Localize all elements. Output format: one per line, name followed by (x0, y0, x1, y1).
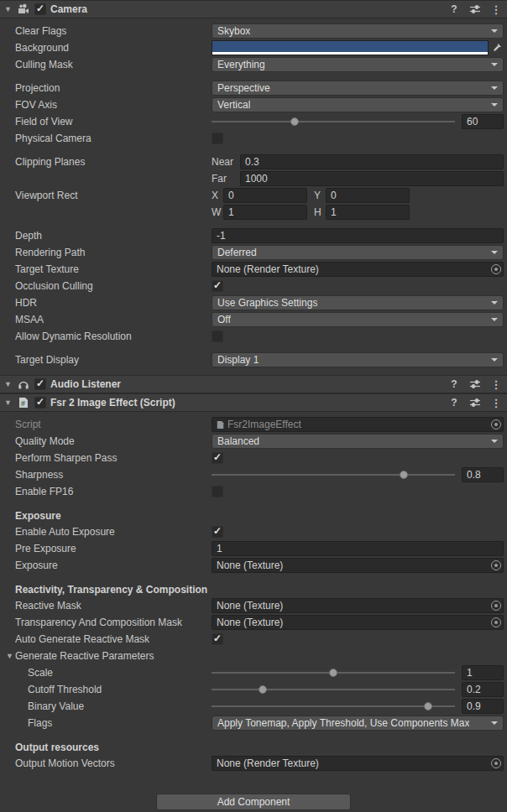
viewport-h-input[interactable]: 1 (326, 205, 410, 220)
binary-value-input[interactable]: 0.9 (462, 699, 504, 714)
enable-fp16-checkbox[interactable] (212, 486, 223, 497)
pre-exposure-input[interactable]: 1 (212, 541, 504, 556)
target-texture-label: Target Texture (15, 263, 212, 275)
field-of-view-slider[interactable] (212, 114, 455, 129)
binary-value-slider[interactable] (212, 699, 455, 714)
more-menu-icon[interactable]: ⋮ (490, 396, 502, 409)
cutoff-threshold-input[interactable]: 0.2 (462, 682, 504, 697)
clear-flags-dropdown[interactable]: Skybox (212, 23, 504, 39)
near-clip-input[interactable]: 0.3 (240, 154, 504, 169)
presets-icon[interactable] (469, 377, 481, 391)
msaa-dropdown[interactable]: Off (212, 312, 504, 327)
viewport-h-value: 1 (331, 206, 337, 218)
object-picker-icon[interactable] (491, 264, 501, 274)
foldout-arrow-icon[interactable]: ▼ (3, 380, 13, 388)
perform-sharpen-pass-checkbox[interactable] (212, 452, 223, 464)
rendering-path-dropdown[interactable]: Deferred (212, 245, 504, 260)
reactive-mask-field[interactable]: None (Texture) (212, 598, 504, 613)
occlusion-culling-checkbox[interactable] (212, 280, 223, 292)
fsr2-enabled-checkbox[interactable] (34, 397, 46, 409)
help-icon[interactable]: ? (448, 3, 460, 16)
depth-value: -1 (217, 230, 226, 242)
quality-mode-label: Quality Mode (15, 435, 212, 447)
help-icon[interactable]: ? (448, 396, 460, 409)
eyedropper-button[interactable] (490, 40, 504, 55)
near-clip-value: 0.3 (245, 156, 259, 168)
camera-component-header[interactable]: ▼ Camera ? ⋮ (0, 0, 507, 18)
slider-handle[interactable] (290, 117, 299, 126)
projection-dropdown[interactable]: Perspective (212, 81, 504, 96)
culling-mask-dropdown[interactable]: Everything (212, 57, 504, 72)
clear-flags-value: Skybox (217, 25, 250, 37)
object-picker-icon[interactable] (491, 601, 501, 611)
hdr-dropdown[interactable]: Use Graphics Settings (212, 295, 504, 310)
more-menu-icon[interactable]: ⋮ (490, 377, 502, 391)
row-target-texture: Target Texture None (Render Texture) (0, 261, 507, 278)
perform-sharpen-pass-label: Perform Sharpen Pass (15, 452, 212, 464)
object-picker-icon[interactable] (491, 419, 501, 429)
slider-handle[interactable] (424, 702, 432, 710)
enable-fp16-label: Enable FP16 (15, 486, 212, 497)
header-icons: ? ⋮ (448, 377, 502, 391)
physical-camera-checkbox[interactable] (212, 133, 223, 144)
object-picker-icon[interactable] (491, 560, 501, 570)
presets-icon[interactable] (469, 3, 481, 16)
scale-input[interactable]: 1 (462, 665, 504, 680)
sharpness-slider[interactable] (212, 467, 455, 482)
reactive-mask-label: Reactive Mask (15, 600, 212, 612)
scale-slider[interactable] (212, 665, 455, 680)
object-picker-icon[interactable] (491, 758, 501, 768)
camera-enabled-checkbox[interactable] (34, 3, 46, 15)
object-picker-icon[interactable] (491, 617, 501, 627)
row-viewport-xy: Viewport Rect X 0 Y 0 (0, 187, 507, 204)
row-clipping-far: Far 1000 (0, 170, 507, 187)
viewport-y-input[interactable]: 0 (326, 188, 410, 203)
cutoff-threshold-slider[interactable] (212, 682, 455, 697)
target-texture-field[interactable]: None (Render Texture) (212, 262, 504, 277)
sharpness-input[interactable]: 0.8 (462, 467, 504, 482)
fsr2-body: Script Fsr2ImageEffect Quality Mode Bala… (0, 412, 507, 778)
auto-generate-reactive-mask-checkbox[interactable] (212, 633, 223, 645)
slider-handle[interactable] (329, 669, 337, 677)
enable-auto-exposure-checkbox[interactable] (212, 526, 223, 538)
dropdown-arrow-icon (491, 86, 498, 90)
row-pre-exposure: Pre Exposure 1 (0, 540, 507, 557)
foldout-arrow-icon[interactable]: ▼ (3, 5, 13, 13)
inspector-panel: ▼ Camera ? ⋮ Clear Flags Skybox Backgrou… (0, 0, 507, 810)
quality-mode-dropdown[interactable]: Balanced (212, 434, 504, 449)
rendering-path-label: Rendering Path (15, 247, 212, 258)
background-color-swatch[interactable] (212, 40, 489, 55)
flags-value: Apply Tonemap, Apply Threshold, Use Comp… (217, 717, 469, 729)
output-motion-vectors-field[interactable]: None (Render Texture) (212, 756, 504, 771)
target-display-dropdown[interactable]: Display 1 (212, 352, 504, 367)
slider-handle[interactable] (259, 685, 267, 694)
fov-axis-dropdown[interactable]: Vertical (212, 97, 504, 112)
presets-icon[interactable] (469, 396, 481, 409)
row-generate-reactive-parameters[interactable]: ▼ Generate Reactive Parameters (0, 648, 507, 664)
flags-dropdown[interactable]: Apply Tonemap, Apply Threshold, Use Comp… (212, 716, 504, 731)
far-clip-input[interactable]: 1000 (240, 171, 504, 186)
foldout-arrow-icon[interactable]: ▼ (3, 398, 13, 407)
viewport-w-input[interactable]: 1 (223, 205, 307, 220)
depth-input[interactable]: -1 (212, 228, 504, 243)
far-clip-value: 1000 (245, 173, 268, 185)
slider-handle[interactable] (400, 471, 408, 479)
binary-value-label: Binary Value (15, 700, 212, 712)
help-icon[interactable]: ? (448, 377, 460, 391)
fsr2-component-header[interactable]: ▼ # Fsr 2 Image Effect (Script) ? ⋮ (0, 393, 507, 412)
fsr2-title: Fsr 2 Image Effect (Script) (50, 397, 175, 409)
add-component-button[interactable]: Add Component (156, 794, 351, 810)
audio-listener-component-header[interactable]: ▼ Audio Listener ? ⋮ (0, 375, 507, 393)
foldout-arrow-icon[interactable]: ▼ (5, 652, 14, 660)
viewport-x-input[interactable]: 0 (223, 188, 307, 203)
more-menu-icon[interactable]: ⋮ (490, 3, 502, 16)
transparency-mask-field[interactable]: None (Texture) (212, 615, 504, 630)
output-motion-vectors-value: None (Render Texture) (217, 757, 319, 769)
header-icons: ? ⋮ (448, 396, 502, 409)
audio-listener-enabled-checkbox[interactable] (34, 378, 46, 390)
transparency-mask-value: None (Texture) (217, 617, 283, 628)
exposure-field[interactable]: None (Texture) (212, 558, 504, 573)
script-field[interactable]: Fsr2ImageEffect (212, 417, 504, 432)
allow-dynamic-resolution-checkbox[interactable] (212, 331, 223, 342)
field-of-view-input[interactable]: 60 (462, 114, 504, 129)
